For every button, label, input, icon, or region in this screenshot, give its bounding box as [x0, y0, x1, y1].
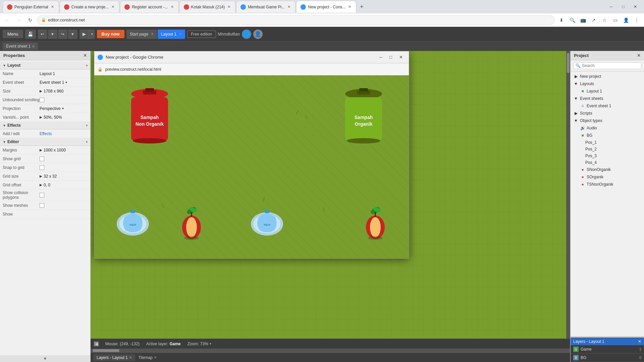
- search-input[interactable]: [582, 63, 639, 68]
- reload-button[interactable]: ↻: [25, 15, 35, 25]
- preview-address-bar[interactable]: 🔒 preview.construct.net/local.html: [94, 63, 409, 75]
- tree-item-layout1[interactable]: ■ Layout 1: [571, 87, 644, 95]
- tree-item-layouts[interactable]: ▼ Layouts: [571, 80, 644, 87]
- horizontal-scrollbar[interactable]: [91, 349, 570, 353]
- menu-dots-button[interactable]: ⋮: [632, 15, 641, 25]
- tab-new-project[interactable]: New project - Cons... ✕: [296, 1, 356, 13]
- tree-item-tsnonorganik[interactable]: ● TSNonOrganik: [571, 181, 644, 188]
- redo-dropdown-button[interactable]: ▾: [68, 29, 77, 39]
- tab-membuat[interactable]: Membuat Game Pi... ✕: [236, 1, 296, 13]
- tree-item-event-sheet1[interactable]: ≡ Event sheet 1: [571, 102, 644, 110]
- close-browser-button[interactable]: ✕: [631, 2, 640, 11]
- properties-scroll-down[interactable]: ▼: [0, 355, 90, 362]
- layers-panel-close[interactable]: ✕: [638, 339, 641, 344]
- tab-inbox[interactable]: Kotak Masuk (214) ✕: [179, 1, 236, 13]
- preview-minimize-button[interactable]: ─: [376, 53, 385, 62]
- vanishing-expand-icon[interactable]: ▶: [40, 115, 42, 119]
- effects-link[interactable]: Effects: [40, 131, 52, 136]
- menu-button[interactable]: Menu: [3, 30, 23, 38]
- event-sheet-1-tab[interactable]: Event sheet 1 ✕: [3, 43, 38, 50]
- save-button[interactable]: 💾: [25, 29, 36, 39]
- horizontal-scrollbar-thumb[interactable]: [93, 349, 119, 352]
- tree-item-bg[interactable]: ■ BG: [571, 132, 644, 139]
- forward-button[interactable]: →: [14, 15, 23, 25]
- preview-maximize-button[interactable]: □: [386, 53, 395, 62]
- effects-section-expand[interactable]: ▾: [86, 124, 88, 127]
- tab-pengujian[interactable]: Pengujian External ✕: [3, 1, 59, 13]
- projection-dropdown-icon[interactable]: ▾: [62, 107, 64, 110]
- cast-button[interactable]: 📺: [578, 15, 588, 25]
- tree-item-event-sheets[interactable]: ▼ Event sheets: [571, 95, 644, 102]
- tab-close-3[interactable]: ✕: [170, 4, 174, 10]
- user-avatar[interactable]: 👤: [253, 29, 263, 39]
- tab-register[interactable]: Register account -... ✕: [120, 1, 178, 13]
- layout-section-header[interactable]: ▼ Layout ▾: [0, 62, 90, 69]
- grid-size-expand-icon[interactable]: ▶: [40, 174, 42, 178]
- layout1-tab[interactable]: Layout 1 ✕: [158, 29, 185, 39]
- vertical-scrollbar-thumb[interactable]: [567, 53, 570, 73]
- effects-section-header[interactable]: ▼ Effects ▾: [0, 122, 90, 129]
- editor-section-expand[interactable]: ▾: [86, 140, 88, 144]
- minimize-button[interactable]: ─: [606, 2, 616, 11]
- layout1-tab-close[interactable]: ✕: [179, 32, 182, 36]
- margins-expand-icon[interactable]: ▶: [40, 148, 42, 152]
- tilemap-tab[interactable]: Tilemap ✕: [135, 354, 160, 361]
- properties-close-button[interactable]: ✕: [83, 53, 87, 58]
- tab-close-5[interactable]: ✕: [287, 4, 291, 10]
- start-page-tab-close[interactable]: ✕: [151, 32, 154, 36]
- new-tab-button[interactable]: +: [357, 2, 366, 11]
- download-button[interactable]: ⬇: [557, 15, 566, 25]
- show-grid-checkbox[interactable]: [40, 157, 44, 161]
- play-button[interactable]: ▶: [79, 29, 89, 39]
- size-expand-icon[interactable]: ▶: [40, 89, 42, 93]
- tab-close-2[interactable]: ✕: [111, 4, 115, 10]
- zoom-expand-button[interactable]: ▾: [210, 342, 211, 346]
- address-bar[interactable]: 🔒 editor.construct.net: [37, 15, 555, 25]
- layers-tab[interactable]: Layers - Layout 1 ✕: [93, 354, 135, 361]
- maximize-button[interactable]: □: [619, 2, 628, 11]
- profile-button[interactable]: 👤: [621, 15, 631, 25]
- tab-create-project[interactable]: Create a new proje... ✕: [60, 1, 119, 13]
- event-sheet-dropdown-icon[interactable]: ▾: [65, 80, 67, 84]
- layer-item-bg[interactable]: B BG 0: [571, 354, 644, 362]
- sidebar-toggle-button[interactable]: ▭: [610, 15, 620, 25]
- editor-section-header[interactable]: ▼ Editor ▾: [0, 138, 90, 146]
- layers-tab-close[interactable]: ✕: [129, 356, 132, 359]
- preview-close-button[interactable]: ✕: [396, 53, 406, 62]
- undo-button[interactable]: ↩: [38, 29, 47, 39]
- show-collision-checkbox[interactable]: [40, 193, 44, 197]
- zoom-button[interactable]: 🔍: [568, 15, 577, 25]
- tree-item-object-types[interactable]: ▼ Object types: [571, 117, 644, 124]
- tab-close-4[interactable]: ✕: [227, 4, 231, 10]
- start-page-tab[interactable]: Start page ✕: [126, 29, 157, 39]
- project-close-button[interactable]: ✕: [637, 53, 641, 58]
- tree-item-pos2[interactable]: Pos_2: [571, 146, 644, 153]
- play-dropdown-button[interactable]: ▾: [89, 29, 95, 39]
- tree-item-audio[interactable]: 🔊 Audio: [571, 124, 644, 132]
- tree-item-scripts[interactable]: ▶ Scripts: [571, 110, 644, 117]
- share-button[interactable]: ↗: [589, 15, 598, 25]
- undo-dropdown-button[interactable]: ▾: [48, 29, 57, 39]
- tree-item-snonorganik[interactable]: ● SNonOrganik: [571, 166, 644, 173]
- star-button[interactable]: ☆: [600, 15, 609, 25]
- tree-item-pos4[interactable]: Pos_4: [571, 159, 644, 166]
- snap-to-grid-checkbox[interactable]: [40, 165, 44, 170]
- layout-section-expand[interactable]: ▾: [86, 64, 88, 67]
- vertical-scrollbar[interactable]: [566, 51, 570, 339]
- layer-item-game[interactable]: G Game 1: [571, 345, 644, 354]
- show-meshes-checkbox[interactable]: [40, 203, 44, 208]
- buy-button[interactable]: Buy now: [97, 30, 124, 38]
- redo-button[interactable]: ↪: [58, 29, 67, 39]
- event-sheet-tab-close[interactable]: ✕: [32, 45, 35, 48]
- status-scroll-left[interactable]: ◀: [94, 342, 99, 346]
- grid-offset-expand-icon[interactable]: ▶: [40, 183, 42, 187]
- tree-item-new-project[interactable]: ▶ New project: [571, 73, 644, 80]
- tab-close-1[interactable]: ✕: [50, 4, 55, 10]
- tree-item-pos3[interactable]: Pos_3: [571, 153, 644, 159]
- tab-close-6[interactable]: ✕: [347, 4, 352, 10]
- back-button[interactable]: ←: [3, 15, 12, 25]
- layout-canvas-area[interactable]: New project - Google Chrome ─ □ ✕ 🔒 prev…: [91, 51, 566, 339]
- unbounded-checkbox[interactable]: [40, 98, 44, 102]
- tilemap-tab-close[interactable]: ✕: [154, 356, 157, 359]
- tree-item-pos1[interactable]: Pos_1: [571, 139, 644, 146]
